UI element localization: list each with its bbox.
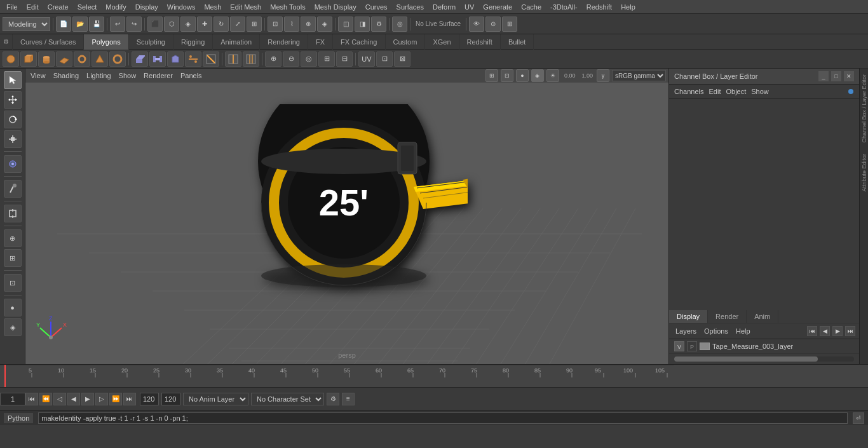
cube-btn[interactable] [20, 51, 37, 67]
show-hide-btn[interactable]: 👁 [469, 17, 484, 32]
hypershade-btn[interactable]: ◈ [4, 318, 22, 336]
plane-btn[interactable] [56, 51, 72, 67]
cone-btn[interactable] [92, 51, 108, 67]
layer-color-swatch[interactable] [700, 343, 710, 350]
tab-rigging[interactable]: Rigging [173, 34, 213, 50]
new-scene-btn[interactable]: 📄 [56, 17, 71, 32]
play-fwd-btn[interactable]: ▶ [81, 393, 94, 405]
layer-name[interactable]: Tape_Measure_003_layer [712, 343, 854, 350]
scale-mode-btn[interactable] [4, 130, 22, 148]
anim-layer-dropdown[interactable]: No Anim Layer [183, 393, 248, 405]
tab-redshift[interactable]: Redshift [459, 34, 501, 50]
current-frame-input[interactable]: 1 [0, 393, 25, 405]
viewport[interactable]: View Shading Lighting Show Renderer Pane… [25, 69, 668, 364]
layer-tb-help[interactable]: Help [733, 326, 753, 336]
menu-select[interactable]: Select [74, 2, 101, 12]
tab-curves-surfaces[interactable]: Curves / Surfaces [13, 34, 84, 50]
pipe-btn[interactable] [109, 51, 126, 67]
paint-effects-btn[interactable] [4, 180, 22, 198]
tab-settings-btn[interactable]: ⚙ [0, 34, 13, 50]
cb-menu-object[interactable]: Object [726, 88, 746, 95]
tab-sculpting[interactable]: Sculpting [129, 34, 173, 50]
menu-uv[interactable]: UV [461, 2, 478, 12]
paint-select-btn[interactable]: ◈ [180, 17, 196, 32]
tab-render[interactable]: Render [708, 310, 747, 323]
bridge-btn[interactable] [149, 51, 166, 67]
scale-tool-btn[interactable]: ⤢ [230, 17, 245, 32]
layer-scroll-last[interactable]: ⏭ [845, 326, 855, 336]
jump-end-btn[interactable]: ⏭ [123, 393, 136, 405]
tab-fx[interactable]: FX [308, 34, 333, 50]
script-run-btn[interactable]: ⏎ [853, 412, 864, 424]
prev-key-btn[interactable]: ◁ [53, 393, 66, 405]
layer-tb-options[interactable]: Options [702, 326, 731, 336]
mark-menu-btn[interactable]: ● [4, 299, 22, 316]
menu-display[interactable]: Display [132, 2, 162, 12]
menu-3dtoall[interactable]: -3DtoAll- [546, 2, 581, 12]
open-scene-btn[interactable]: 📂 [72, 17, 88, 32]
select-tool-btn[interactable]: ⬛ [147, 17, 163, 32]
menu-redshift[interactable]: Redshift [583, 2, 616, 12]
frame-ruler[interactable]: 5 10 15 20 25 30 35 40 45 50 55 60 65 70… [0, 365, 868, 387]
tab-rendering[interactable]: Rendering [260, 34, 308, 50]
cb-menu-channels[interactable]: Channels [674, 88, 703, 95]
grid-toggle-btn[interactable]: ⊞ [4, 249, 22, 267]
snap-curve-btn[interactable]: ⌇ [284, 17, 299, 32]
tab-display[interactable]: Display [669, 310, 708, 323]
command-line[interactable] [38, 412, 848, 424]
menu-windows[interactable]: Windows [163, 2, 200, 12]
play-back-btn[interactable]: ◀ [67, 393, 80, 405]
menu-create[interactable]: Create [44, 2, 72, 12]
separate-btn[interactable]: ⊖ [283, 51, 299, 67]
menu-deform[interactable]: Deform [429, 2, 459, 12]
layer-scroll-prev[interactable]: ◀ [820, 326, 830, 336]
channel-box-minimize-btn[interactable]: _ [818, 71, 829, 81]
menu-generate[interactable]: Generate [479, 2, 516, 12]
tab-bullet[interactable]: Bullet [501, 34, 534, 50]
layout-btn[interactable]: ⊠ [394, 51, 410, 67]
ipr-render-btn[interactable]: ◨ [355, 17, 370, 32]
rv-tab-attribute-editor[interactable]: Attribute Editor [860, 148, 868, 197]
layer-playback-btn[interactable]: P [687, 341, 697, 351]
render-region-btn[interactable]: ◫ [338, 17, 353, 32]
menu-edit-mesh[interactable]: Edit Mesh [226, 2, 265, 12]
rotate-tool-btn[interactable]: ↻ [214, 17, 229, 32]
menu-modify[interactable]: Modify [102, 2, 130, 12]
layer-scrollbar[interactable] [674, 356, 854, 362]
tab-animation[interactable]: Animation [213, 34, 260, 50]
connect-btn[interactable] [185, 51, 201, 67]
lasso-tool-btn[interactable]: ⬡ [164, 17, 179, 32]
cb-menu-edit[interactable]: Edit [709, 88, 721, 95]
move-tool-btn[interactable]: ✚ [197, 17, 212, 32]
insert-edge-loop-btn[interactable] [225, 51, 241, 67]
tab-polygons[interactable]: Polygons [84, 34, 128, 50]
multi-cut-btn[interactable] [203, 51, 219, 67]
transform-tool-btn[interactable]: ⊞ [247, 17, 262, 32]
menu-mesh-display[interactable]: Mesh Display [311, 2, 360, 12]
tab-xgen[interactable]: XGen [425, 34, 459, 50]
render-settings-btn[interactable]: ⚙ [371, 17, 386, 32]
bevel-btn[interactable] [167, 51, 184, 67]
tab-fx-caching[interactable]: FX Caching [333, 34, 385, 50]
layer-scroll-next[interactable]: ▶ [832, 326, 843, 336]
boolean-btn[interactable]: ⊞ [318, 51, 335, 67]
menu-cache[interactable]: Cache [517, 2, 545, 12]
step-back-btn[interactable]: ⏪ [39, 393, 52, 405]
tab-custom[interactable]: Custom [386, 34, 426, 50]
soft-select-mode-btn[interactable] [4, 155, 22, 173]
smooth-btn[interactable]: ◎ [301, 51, 317, 67]
char-set-dropdown[interactable]: No Character Set [251, 393, 324, 405]
select-mode-btn[interactable] [4, 71, 22, 89]
layer-scroll-thumb[interactable] [674, 356, 818, 362]
show-manipulator-btn[interactable] [4, 205, 22, 222]
script-tab-python[interactable]: Python [4, 413, 33, 423]
next-key-btn[interactable]: ▷ [95, 393, 108, 405]
mirror-btn[interactable]: ⊟ [336, 51, 353, 67]
snap-point-btn[interactable]: ⊕ [301, 17, 316, 32]
undo-btn[interactable]: ↩ [110, 17, 125, 32]
menu-surfaces[interactable]: Surfaces [393, 2, 428, 12]
timeline-settings-btn[interactable]: ⚙ [327, 393, 339, 405]
menu-file[interactable]: File [3, 2, 22, 12]
frame-all-btn[interactable]: ⊞ [502, 17, 517, 32]
menu-mesh-tools[interactable]: Mesh Tools [266, 2, 309, 12]
